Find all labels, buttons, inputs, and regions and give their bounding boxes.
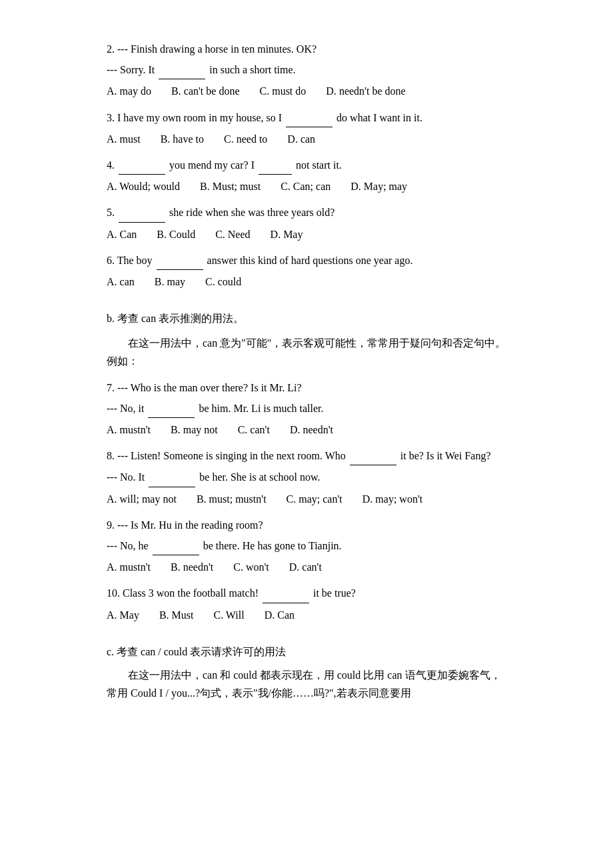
q2-option-b: B. can't be done [171,82,239,100]
q3-option-a: A. must [107,130,141,148]
q6-option-c: C. could [205,273,241,291]
q10-option-c: C. Will [213,606,244,624]
q8-blank1 [350,447,396,465]
q9-option-d: D. can't [289,558,322,576]
q5-options: A. Can B. Could C. Need D. May [107,225,506,243]
section-c-explanation: 在这一用法中，can 和 could 都表示现在，用 could 比用 can … [107,666,506,702]
question-8: 8. --- Listen! Someone is singing in the… [107,447,506,508]
question-2: 2. --- Finish drawing a horse in ten min… [107,40,506,101]
q8-text1: 8. --- Listen! Someone is singing in the… [107,450,346,461]
q4-option-c: C. Can; can [281,177,330,195]
q10-text1: 10. Class 3 won the football match! [107,587,259,599]
q3-option-d: D. can [287,130,315,148]
q10-line1: 10. Class 3 won the football match! it b… [107,584,506,603]
q7-line2: --- No, it be him. Mr. Li is much taller… [107,399,506,418]
q7-option-a: A. mustn't [107,421,151,439]
q2-dialog-end: in such a short time. [209,64,295,75]
q8-option-c: C. may; can't [287,490,342,508]
question-3: 3. I have my own room in my house, so I … [107,109,506,148]
q2-line1: 2. --- Finish drawing a horse in ten min… [107,40,506,58]
q7-dialog-end: be him. Mr. Li is much taller. [199,403,323,414]
q4-options: A. Would; would B. Must; must C. Can; ca… [107,177,506,195]
q6-blank [157,251,203,270]
q8-blank2 [149,468,195,487]
q7-option-d: D. needn't [290,421,333,439]
q2-options: A. may do B. can't be done C. must do D.… [107,82,506,100]
q10-text-end: it be true? [313,587,356,599]
q4-text-mid: you mend my car? I [169,159,255,171]
q4-option-b: B. Must; must [200,177,261,195]
q5-text-end: she ride when she was three years old? [169,207,334,218]
q8-text-end: it be? Is it Wei Fang? [400,450,491,461]
q6-text-end: answer this kind of hard questions one y… [207,255,413,266]
q3-blank [286,109,332,127]
q2-option-a: A. may do [107,82,151,100]
q9-options: A. mustn't B. needn't C. won't D. can't [107,558,506,576]
q5-option-c: C. Need [215,225,250,243]
q2-text1: 2. --- Finish drawing a horse in ten min… [107,43,316,55]
q4-blank2 [259,156,292,175]
q8-option-b: B. must; mustn't [197,490,267,508]
q10-option-a: A. May [107,606,139,624]
q5-option-b: B. Could [157,225,195,243]
q6-text1: 6. The boy [107,255,153,266]
q9-dialog-end: be there. He has gone to Tianjin. [203,540,342,551]
q9-line2: --- No, he be there. He has gone to Tian… [107,537,506,555]
q9-line1: 9. --- Is Mr. Hu in the reading room? [107,516,506,534]
q4-line1: 4. you mend my car? I not start it. [107,156,506,175]
section-b-explanation: 在这一用法中，can 意为"可能"，表示客观可能性，常常用于疑问句和否定句中。例… [107,334,506,370]
q9-option-b: B. needn't [171,558,213,576]
q4-option-a: A. Would; would [107,177,180,195]
q2-option-d: D. needn't be done [326,82,405,100]
q10-blank [263,584,309,603]
q8-options: A. will; may not B. must; mustn't C. may… [107,490,506,508]
q5-option-d: D. May [271,225,303,243]
q5-blank [119,203,165,222]
q3-line1: 3. I have my own room in my house, so I … [107,109,506,127]
q2-blank [159,61,205,79]
q8-dialog: --- No. It [107,471,145,483]
q9-blank [153,537,199,555]
q9-text1: 9. --- Is Mr. Hu in the reading room? [107,519,263,531]
q3-text1: 3. I have my own room in my house, so I [107,112,282,123]
question-6: 6. The boy answer this kind of hard ques… [107,251,506,291]
q10-options: A. May B. Must C. Will D. Can [107,606,506,624]
q4-blank1 [119,156,165,175]
question-7: 7. --- Who is the man over there? Is it … [107,379,506,439]
q5-option-a: A. Can [107,225,137,243]
q4-option-d: D. May; may [350,177,407,195]
q8-option-d: D. may; won't [362,490,422,508]
q3-options: A. must B. have to C. need to D. can [107,130,506,148]
q3-option-c: C. need to [224,130,267,148]
q9-option-c: C. won't [233,558,269,576]
question-4: 4. you mend my car? I not start it. A. W… [107,156,506,195]
q3-text-end: do what I want in it. [336,112,422,123]
q9-option-a: A. mustn't [107,558,151,576]
q10-option-d: D. Can [265,606,295,624]
question-5: 5. she ride when she was three years old… [107,203,506,243]
q7-dialog: --- No, it [107,403,144,414]
q6-options: A. can B. may C. could [107,273,506,291]
question-9: 9. --- Is Mr. Hu in the reading room? --… [107,516,506,577]
section-b-header: b. 考查 can 表示推测的用法。 [107,309,506,327]
q7-text1: 7. --- Who is the man over there? Is it … [107,382,302,393]
q6-option-b: B. may [155,273,185,291]
q8-dialog-end: be her. She is at school now. [199,471,320,483]
question-10: 10. Class 3 won the football match! it b… [107,584,506,623]
q6-line1: 6. The boy answer this kind of hard ques… [107,251,506,270]
q7-option-b: B. may not [171,421,218,439]
q2-dialog: --- Sorry. It [107,64,155,75]
q8-option-a: A. will; may not [107,490,177,508]
q8-line1: 8. --- Listen! Someone is singing in the… [107,447,506,465]
q7-line1: 7. --- Who is the man over there? Is it … [107,379,506,397]
q5-line1: 5. she ride when she was three years old… [107,203,506,222]
q7-option-c: C. can't [238,421,270,439]
q10-option-b: B. Must [159,606,194,624]
q9-dialog: --- No, he [107,540,149,551]
q3-option-b: B. have to [161,130,204,148]
q7-blank [148,399,195,418]
q4-prefix: 4. [107,159,115,171]
section-c-header: c. 考查 can / could 表示请求许可的用法 [107,643,506,661]
q2-line2: --- Sorry. It in such a short time. [107,61,506,79]
q5-prefix: 5. [107,207,115,218]
